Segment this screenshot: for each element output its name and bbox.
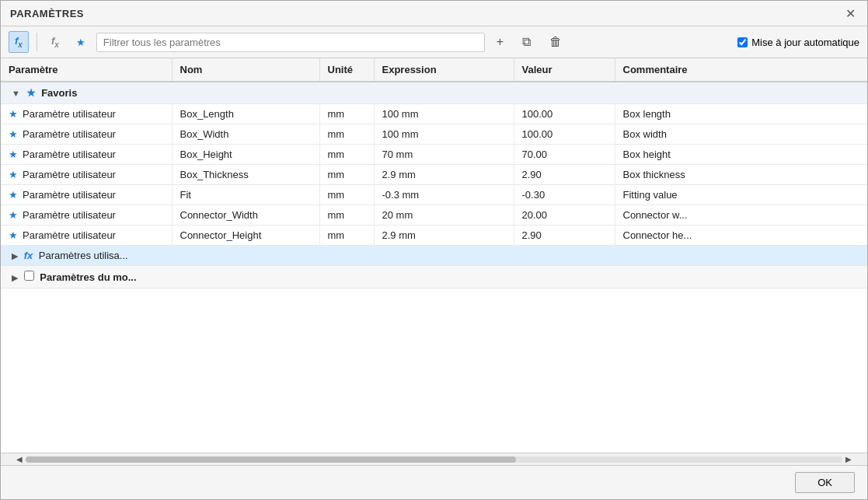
cell-commentaire: Box height — [615, 145, 867, 165]
fx-secondary-button[interactable]: fx — [45, 31, 65, 53]
cell-unite: mm — [319, 104, 374, 124]
toolbar: fx fx ★ + ⧉ 🗑 Mise à jour automatique — [1, 26, 867, 58]
group-name: Paramètres du mo... — [40, 271, 136, 283]
cell-type: ★Paramètre utilisateur — [1, 104, 172, 124]
scroll-left-arrow[interactable]: ◀ — [13, 455, 26, 463]
cell-expression: 20 mm — [374, 205, 514, 226]
delete-parameter-button[interactable]: 🗑 — [542, 31, 569, 53]
cell-commentaire: Box length — [615, 104, 867, 124]
cell-valeur: 20.00 — [514, 205, 615, 226]
col-header-valeur: Valeur — [514, 58, 615, 82]
auto-update-label: Mise à jour automatique — [737, 37, 859, 48]
parameters-table-container[interactable]: Paramètre Nom Unité Expression Valeur Co… — [1, 58, 867, 453]
cell-unite: mm — [319, 165, 374, 185]
filter-input[interactable] — [96, 33, 485, 52]
cell-nom: Box_Thickness — [172, 165, 319, 185]
cell-unite: mm — [319, 124, 374, 145]
cell-type: ★Paramètre utilisateur — [1, 185, 172, 205]
group-name: Paramètres utilisa... — [39, 250, 128, 261]
row-star-icon: ★ — [9, 229, 18, 241]
fx-primary-icon: fx — [15, 35, 23, 49]
col-header-expression: Expression — [374, 58, 514, 82]
cell-valeur: 100.00 — [514, 104, 615, 124]
expand-group-btn[interactable]: ▶ — [9, 273, 21, 283]
close-button[interactable]: ✕ — [842, 5, 858, 21]
cell-type: ★Paramètre utilisateur — [1, 124, 172, 145]
cell-expression: 2.9 mm — [374, 226, 514, 246]
bottom-bar: OK — [1, 465, 867, 499]
delete-icon: 🗑 — [549, 35, 562, 48]
group-header-cell: ▶ Paramètres du mo... — [1, 266, 867, 288]
title-bar: PARAMÈTRES ✕ — [1, 1, 867, 26]
scroll-right-arrow[interactable]: ▶ — [842, 455, 855, 463]
cell-commentaire: Box width — [615, 124, 867, 145]
group-row-2[interactable]: ▶ Paramètres du mo... — [1, 266, 867, 288]
col-header-parametre: Paramètre — [1, 58, 172, 82]
parameters-table: Paramètre Nom Unité Expression Valeur Co… — [1, 58, 867, 288]
group-name: Favoris — [41, 87, 77, 99]
group-star-icon: ★ — [26, 87, 36, 99]
parameters-dialog: PARAMÈTRES ✕ fx fx ★ + ⧉ 🗑 Mise à jour a… — [0, 0, 868, 500]
cell-type: ★Paramètre utilisateur — [1, 145, 172, 165]
expand-group-btn[interactable]: ▶ — [9, 251, 21, 261]
ok-button[interactable]: OK — [795, 472, 855, 493]
table-row[interactable]: ★Paramètre utilisateur Connector_Height … — [1, 226, 867, 246]
cell-type: ★Paramètre utilisateur — [1, 165, 172, 185]
fx-secondary-icon: fx — [51, 35, 59, 49]
cell-commentaire: Connector he... — [615, 226, 867, 246]
table-row[interactable]: ★Paramètre utilisateur Box_Height mm 70 … — [1, 145, 867, 165]
group-checkbox[interactable] — [24, 271, 34, 281]
table-row[interactable]: ★Paramètre utilisateur Box_Thickness mm … — [1, 165, 867, 185]
table-row[interactable]: ★Paramètre utilisateur Fit mm -0.3 mm -0… — [1, 185, 867, 205]
group-row-0[interactable]: ▼ ★ Favoris — [1, 82, 867, 104]
cell-nom: Connector_Height — [172, 226, 319, 246]
auto-update-checkbox[interactable] — [737, 37, 748, 47]
row-star-icon: ★ — [9, 189, 18, 201]
table-row[interactable]: ★Paramètre utilisateur Box_Width mm 100 … — [1, 124, 867, 145]
row-star-icon: ★ — [9, 169, 18, 180]
cell-valeur: -0.30 — [514, 185, 615, 205]
col-header-unite: Unité — [319, 58, 374, 82]
cell-type: ★Paramètre utilisateur — [1, 226, 172, 246]
group-header-cell: ▶ fx Paramètres utilisa... — [1, 246, 867, 266]
horizontal-scrollbar-area: ◀ ▶ — [1, 453, 867, 465]
cell-valeur: 70.00 — [514, 145, 615, 165]
cell-unite: mm — [319, 205, 374, 226]
horizontal-scrollbar[interactable] — [26, 456, 842, 463]
col-header-nom: Nom — [172, 58, 319, 82]
group-row-1[interactable]: ▶ fx Paramètres utilisa... — [1, 246, 867, 266]
auto-update-text: Mise à jour automatique — [751, 37, 859, 48]
cell-unite: mm — [319, 185, 374, 205]
cell-type: ★Paramètre utilisateur — [1, 205, 172, 226]
copy-parameter-button[interactable]: ⧉ — [515, 31, 538, 53]
cell-nom: Fit — [172, 185, 319, 205]
group-header-cell: ▼ ★ Favoris — [1, 82, 867, 104]
cell-nom: Box_Height — [172, 145, 319, 165]
dialog-title: PARAMÈTRES — [10, 8, 84, 19]
favorites-filter-button[interactable]: ★ — [70, 33, 92, 52]
cell-valeur: 2.90 — [514, 226, 615, 246]
star-filter-icon: ★ — [76, 37, 85, 48]
collapse-group-btn[interactable]: ▼ — [9, 89, 23, 98]
cell-commentaire: Box thickness — [615, 165, 867, 185]
cell-nom: Box_Length — [172, 104, 319, 124]
cell-expression: 70 mm — [374, 145, 514, 165]
cell-expression: 100 mm — [374, 104, 514, 124]
cell-valeur: 2.90 — [514, 165, 615, 185]
row-star-icon: ★ — [9, 209, 18, 221]
add-parameter-button[interactable]: + — [490, 31, 511, 53]
scrollbar-thumb — [26, 456, 516, 463]
table-row[interactable]: ★Paramètre utilisateur Connector_Width m… — [1, 205, 867, 226]
row-star-icon: ★ — [9, 149, 18, 160]
copy-icon: ⧉ — [522, 35, 531, 48]
row-star-icon: ★ — [9, 108, 18, 120]
cell-unite: mm — [319, 226, 374, 246]
cell-unite: mm — [319, 145, 374, 165]
cell-commentaire: Fitting value — [615, 185, 867, 205]
row-star-icon: ★ — [9, 128, 18, 140]
group-fx-icon: fx — [24, 250, 33, 261]
table-row[interactable]: ★Paramètre utilisateur Box_Length mm 100… — [1, 104, 867, 124]
fx-primary-button[interactable]: fx — [9, 31, 29, 53]
cell-nom: Connector_Width — [172, 205, 319, 226]
cell-expression: 2.9 mm — [374, 165, 514, 185]
